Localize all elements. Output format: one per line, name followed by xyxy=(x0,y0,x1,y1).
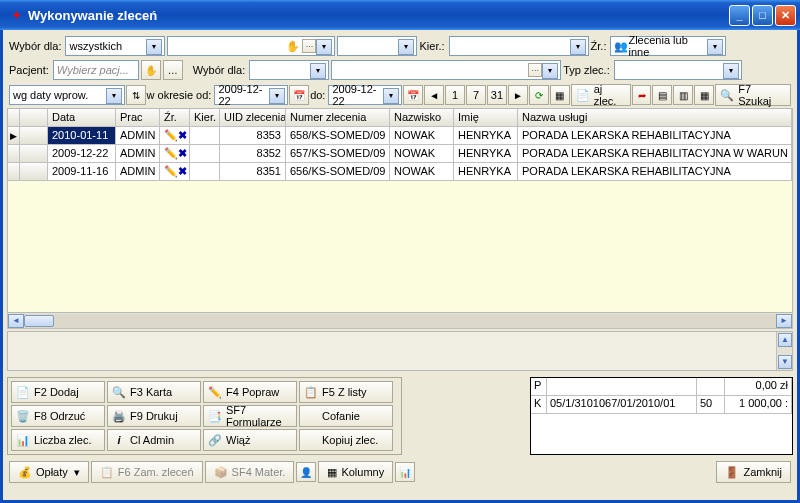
people-icon: 👥 xyxy=(614,40,628,53)
sf4-mater-button[interactable]: 📦SF4 Mater. xyxy=(205,461,295,483)
cal-31-label: 31 xyxy=(491,89,503,101)
grid-header-blank[interactable] xyxy=(20,109,48,127)
grid-config-button[interactable]: ▦ xyxy=(550,85,570,105)
grid-hscroll[interactable]: ◄ ► xyxy=(7,313,793,329)
nav-day31-button[interactable]: 31 xyxy=(487,85,507,105)
do-label: do: xyxy=(310,89,325,101)
grid-header-prac[interactable]: Prac xyxy=(116,109,160,127)
cell-imie: HENRYKA xyxy=(454,163,518,181)
hscroll-track[interactable] xyxy=(24,314,776,328)
cofanie-button[interactable]: Cofanie xyxy=(299,405,393,427)
filter-combo-3[interactable] xyxy=(337,36,417,56)
extra-tool-button[interactable]: 📊 xyxy=(395,462,415,482)
nav-prev-button[interactable]: ◄ xyxy=(424,85,444,105)
table-row[interactable]: 2009-11-16ADMIN✏️✖8351656/KS-SOMED/09NOW… xyxy=(8,163,792,181)
cell-data: 2010-01-11 xyxy=(48,127,116,145)
zamknij-button[interactable]: 🚪Zamknij xyxy=(716,461,791,483)
hscroll-right[interactable]: ► xyxy=(776,314,792,328)
maximize-button[interactable]: □ xyxy=(752,5,773,26)
refresh-button[interactable]: ⟳ xyxy=(529,85,549,105)
cl-admin-label: Cl Admin xyxy=(130,434,174,446)
detail-vscroll[interactable]: ▲ ▼ xyxy=(776,332,792,370)
sf7-form-button[interactable]: 📑SF7 Formularze xyxy=(203,405,297,427)
cell-numer: 657/KS-SOMED/09 xyxy=(286,145,390,163)
vscroll-up[interactable]: ▲ xyxy=(778,333,792,347)
info-icon: i xyxy=(112,433,126,447)
kopiuj-zlec-label: Kopiuj zlec. xyxy=(322,434,378,446)
f5-z-listy-button[interactable]: 📋F5 Z listy xyxy=(299,381,393,403)
zr-value: Zlecenia lub inne xyxy=(628,34,709,58)
sort-value: wg daty wprow. xyxy=(13,89,88,101)
wybor-dla2-combo[interactable] xyxy=(249,60,329,80)
hscroll-left[interactable]: ◄ xyxy=(8,314,24,328)
calendar-to-button[interactable]: 📅 xyxy=(403,85,423,105)
f3-karta-button[interactable]: 🔍F3 Karta xyxy=(107,381,201,403)
aj-zlec-button[interactable]: 📄aj zlec. xyxy=(571,84,631,106)
f7-szukaj-button[interactable]: 🔍F7 Szukaj xyxy=(715,84,791,106)
pacjent-input[interactable]: Wybierz pacj... xyxy=(53,60,139,80)
ellipsis-icon[interactable]: … xyxy=(302,39,316,53)
grid-header-uid[interactable]: UID zlecenia xyxy=(220,109,286,127)
orders-grid[interactable]: Data Prac Źr. Kier. UID zlecenia Numer z… xyxy=(7,108,793,313)
cell-numer: 658/KS-SOMED/09 xyxy=(286,127,390,145)
cell-uid: 8351 xyxy=(220,163,286,181)
nav-day1-button[interactable]: 1 xyxy=(445,85,465,105)
nav-day7-button[interactable]: 7 xyxy=(466,85,486,105)
calendar-from-button[interactable]: 📅 xyxy=(289,85,309,105)
f5-z-listy-label: F5 Z listy xyxy=(322,386,367,398)
minimize-button[interactable]: _ xyxy=(729,5,750,26)
date-from-value: 2009-12-22 xyxy=(218,83,271,107)
date-from-input[interactable]: 2009-12-22 xyxy=(214,85,288,105)
grid-header-zr[interactable]: Źr. xyxy=(160,109,190,127)
pacjent-hand-button[interactable]: ✋ xyxy=(141,60,161,80)
filter-combo-6[interactable]: … xyxy=(331,60,561,80)
cell-usluga: PORADA LEKARSKA REHABILITACYJNA W WARUN xyxy=(518,145,792,163)
nav-next-button[interactable]: ► xyxy=(508,85,528,105)
sum-r2-c4: 1 000,00 : xyxy=(725,396,792,413)
grid-header-kier[interactable]: Kier. xyxy=(190,109,220,127)
f4-popraw-label: F4 Popraw xyxy=(226,386,279,398)
pacjent-ellipsis-button[interactable]: … xyxy=(163,60,183,80)
f9-drukuj-button[interactable]: 🖨️F9 Drukuj xyxy=(107,405,201,427)
wybor-dla2-label: Wybór dla: xyxy=(193,64,245,76)
grid-header-usluga[interactable]: Nazwa usługi xyxy=(518,109,792,127)
liczba-zlec-button[interactable]: 📊Liczba zlec. xyxy=(11,429,105,451)
kopiuj-zlec-button[interactable]: Kopiuj zlec. xyxy=(299,429,393,451)
ellipsis-icon[interactable]: … xyxy=(528,63,542,77)
f6-zam-button[interactable]: 📋F6 Zam. zleceń xyxy=(91,461,203,483)
wiaz-button[interactable]: 🔗Wiąż xyxy=(203,429,297,451)
f8-odrzuc-button[interactable]: 🗑️F8 Odrzuć xyxy=(11,405,105,427)
tool-button-2[interactable]: ▥ xyxy=(673,85,693,105)
tool-button-1[interactable]: ▤ xyxy=(652,85,672,105)
kolumny-button[interactable]: ▦Kolumny xyxy=(318,461,393,483)
grid-header-data[interactable]: Data xyxy=(48,109,116,127)
sort-toggle-button[interactable]: ⇅ xyxy=(126,85,146,105)
hscroll-thumb[interactable] xyxy=(24,315,54,327)
sort-combo[interactable]: wg daty wprow. xyxy=(9,85,125,105)
typ-zlec-combo[interactable] xyxy=(614,60,742,80)
grid-header-numer[interactable]: Numer zlecenia xyxy=(286,109,390,127)
grid-header-imie[interactable]: Imię xyxy=(454,109,518,127)
tool-button-3[interactable]: ▦ xyxy=(694,85,714,105)
oplaty-button[interactable]: 💰Opłaty▾ xyxy=(9,461,89,483)
grid-header-nazwisko[interactable]: Nazwisko xyxy=(390,109,454,127)
filter-combo-2[interactable]: ✋ … xyxy=(167,36,335,56)
zr-combo[interactable]: 👥Zlecenia lub inne xyxy=(610,36,726,56)
add-person-button[interactable]: 👤 xyxy=(296,462,316,482)
oplaty-label: Opłaty xyxy=(36,466,68,478)
f4-popraw-button[interactable]: ✏️F4 Popraw xyxy=(203,381,297,403)
cofanie-label: Cofanie xyxy=(322,410,360,422)
table-row[interactable]: ▶2010-01-11ADMIN✏️✖8353658/KS-SOMED/09NO… xyxy=(8,127,792,145)
sum-r1-c1: P xyxy=(531,378,547,395)
export-button[interactable]: ➦ xyxy=(632,85,652,105)
table-row[interactable]: 2009-12-22ADMIN✏️✖8352657/KS-SOMED/09NOW… xyxy=(8,145,792,163)
count-icon: 📊 xyxy=(16,433,30,447)
cl-admin-button[interactable]: iCl Admin xyxy=(107,429,201,451)
f2-dodaj-button[interactable]: 📄F2 Dodaj xyxy=(11,381,105,403)
aj-zlec-label: aj zlec. xyxy=(594,83,626,107)
close-button[interactable]: ✕ xyxy=(775,5,796,26)
kier-combo[interactable] xyxy=(449,36,589,56)
wybor-dla-combo[interactable]: wszystkich xyxy=(65,36,165,56)
date-to-input[interactable]: 2009-12-22 xyxy=(328,85,402,105)
vscroll-down[interactable]: ▼ xyxy=(778,355,792,369)
